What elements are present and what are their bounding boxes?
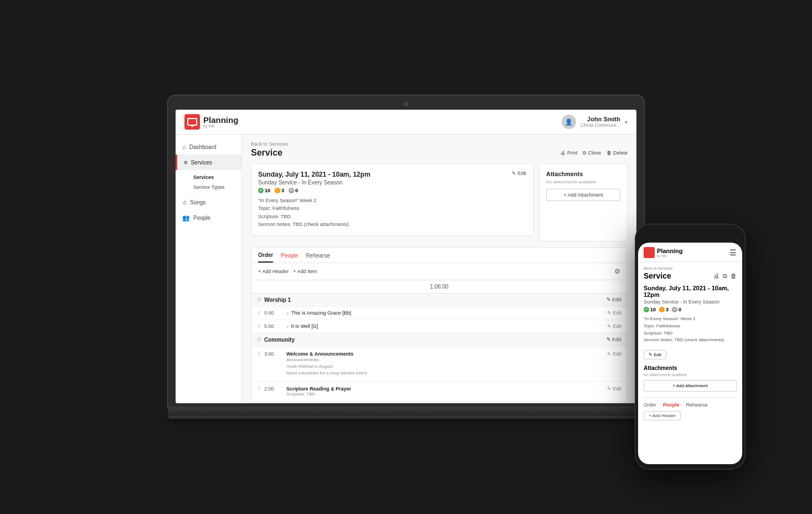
service-edit-button[interactable]: ✎ Edit: [512, 171, 526, 176]
phone-tab-people[interactable]: People: [663, 402, 680, 408]
phone-actions: 🖨 ⧉ 🗑: [713, 273, 737, 280]
sidebar-label-dashboard: Dashboard: [189, 144, 217, 150]
sidebar-label-people: People: [193, 215, 210, 221]
app-logo: Planning by WE: [184, 114, 238, 130]
row-time: 3:00: [264, 351, 282, 357]
badge-accepted: ✓ 10: [258, 188, 270, 193]
sidebar-label-songs: Songs: [190, 199, 205, 205]
drag-handle-icon[interactable]: ⠿: [257, 297, 261, 303]
row-edit-button[interactable]: ✎ Edit: [607, 323, 621, 329]
drag-handle-icon[interactable]: ⠿: [257, 337, 261, 343]
sidebar-item-people[interactable]: 👥 People: [176, 210, 241, 226]
row-content: Scripture Reading & Prayer Scripture: TB…: [286, 386, 607, 397]
gray-dot: ✕: [289, 188, 294, 193]
table-row: ⠿ Worship 1 ✎ Edit: [251, 294, 627, 307]
row-edit-button[interactable]: ✎ Edit: [607, 310, 621, 316]
tab-order[interactable]: Order: [258, 252, 273, 263]
service-date-block: Sunday, July 11, 2021 - 10am, 12pm Sunda…: [258, 171, 371, 229]
services-icon: ≡: [184, 159, 187, 166]
phone-green-dot: ✓: [644, 307, 649, 312]
phone-header: Planning by WE ☰: [638, 243, 742, 262]
table-row: ⠿ Community ✎ Edit: [251, 333, 627, 347]
phone-badge-pending: ! 3: [659, 307, 669, 312]
back-link[interactable]: Back to Services: [251, 141, 628, 147]
logo-text: Planning by WE: [203, 116, 238, 128]
badge-declined: ✕ 0: [289, 188, 298, 193]
row-name: This is Amazing Grace [Bb]: [291, 310, 607, 316]
tab-rehearse[interactable]: Rehearse: [306, 253, 330, 262]
service-title-row: Sunday, July 11, 2021 - 10am, 12pm Sunda…: [258, 171, 526, 229]
sidebar-sub: Services Service Types: [176, 170, 241, 194]
phone-clone-icon[interactable]: ⧉: [723, 273, 727, 280]
service-date: Sunday, July 11, 2021 - 10am, 12pm: [258, 171, 371, 178]
laptop: Planning by WE 👤 John Smith Christ Commu…: [168, 95, 644, 419]
sidebar-item-services[interactable]: ≡ Services: [176, 155, 241, 170]
row-time: 5:00: [264, 323, 282, 329]
phone-add-attachment-button[interactable]: + Add Attachment: [644, 380, 737, 392]
home-icon: ⌂: [182, 143, 186, 150]
sidebar: ⌂ Dashboard ≡ Services Services Service …: [176, 135, 242, 403]
row-name: Welcome & Announcements: [286, 351, 607, 357]
service-name: Sunday Service - In Every Season: [258, 179, 371, 186]
row-edit-button[interactable]: ✎ Edit: [607, 386, 621, 392]
phone-tab-rehearse[interactable]: Rehearse: [686, 402, 708, 408]
phone-page-title: Service: [644, 271, 671, 280]
sidebar-label-services: Services: [191, 160, 212, 166]
phone-logo-text-block: Planning by WE: [657, 248, 682, 258]
phone: Planning by WE ☰ Back to Services Servic…: [635, 224, 746, 470]
app-body: ⌂ Dashboard ≡ Services Services Service …: [176, 135, 636, 403]
page-title: Service: [251, 148, 282, 158]
badge-pending: ! 3: [275, 188, 284, 193]
clone-button[interactable]: ⧉ Clone: [583, 150, 601, 156]
gear-button[interactable]: ⚙: [614, 268, 620, 275]
logo-sub: by WE: [203, 124, 238, 128]
phone-orange-dot: !: [659, 307, 665, 312]
logo-title: Planning: [203, 116, 238, 124]
phone-tab-order[interactable]: Order: [644, 402, 656, 408]
phone-logo-title: Planning: [657, 248, 682, 254]
hamburger-menu-icon[interactable]: ☰: [729, 248, 737, 257]
drag-handle-icon[interactable]: ⠿: [257, 310, 261, 316]
sidebar-sub-services[interactable]: Services: [188, 172, 241, 182]
phone-badges: ✓ 10 ! 3 ✕ 0: [644, 307, 737, 312]
order-tabs: Order People Rehearse: [251, 248, 627, 263]
sidebar-item-songs[interactable]: ♫ Songs: [176, 194, 241, 210]
logo-icon: [184, 114, 200, 130]
sidebar-sub-service-types[interactable]: Service Types: [188, 182, 241, 192]
tab-people[interactable]: People: [281, 253, 298, 262]
orange-dot: !: [275, 188, 280, 193]
laptop-foot: [168, 415, 644, 419]
header-actions: 🖨 Print ⧉ Clone 🗑 Delete: [561, 150, 628, 156]
print-button[interactable]: 🖨 Print: [561, 150, 578, 156]
delete-button[interactable]: 🗑 Delete: [607, 150, 628, 156]
phone-badge-accepted: ✓ 10: [644, 307, 656, 312]
order-toolbar: + Add Header + Add Item ⚙: [251, 263, 627, 280]
people-icon: 👥: [182, 214, 190, 222]
table-row: ⠿ 2:00 Scripture Reading & Prayer Script…: [251, 382, 627, 402]
row-name: Scripture Reading & Prayer: [286, 386, 607, 392]
add-header-button[interactable]: + Add Header: [258, 269, 289, 274]
main-content: Back to Services Service 🖨 Print ⧉ Clone…: [242, 135, 636, 403]
add-item-button[interactable]: + Add Item: [293, 269, 317, 274]
user-area[interactable]: 👤 John Smith Christ Communi... ▾: [562, 115, 628, 129]
phone-print-icon[interactable]: 🖨: [713, 273, 720, 280]
drag-handle-icon[interactable]: ⠿: [257, 323, 261, 330]
phone-add-header-button[interactable]: + Add Header: [644, 411, 681, 420]
phone-screen: Planning by WE ☰ Back to Services Servic…: [638, 243, 742, 464]
row-content: Welcome & Announcements Announcements:Yo…: [286, 351, 607, 377]
row-edit-button[interactable]: ✎ Edit: [607, 337, 622, 342]
app-header: Planning by WE 👤 John Smith Christ Commu…: [176, 110, 636, 135]
phone-logo: Planning by WE: [644, 247, 682, 258]
drag-handle-icon[interactable]: ⠿: [257, 386, 261, 392]
sidebar-item-dashboard[interactable]: ⌂ Dashboard: [176, 139, 241, 155]
phone-back-link[interactable]: Back to Services: [644, 266, 737, 270]
phone-edit-button[interactable]: ✎ Edit: [644, 350, 666, 359]
phone-delete-icon[interactable]: 🗑: [731, 273, 737, 280]
row-edit-button[interactable]: ✎ Edit: [607, 351, 621, 357]
no-attachments-text: No attachments available: [546, 179, 620, 184]
drag-handle-icon[interactable]: ⠿: [257, 351, 261, 357]
add-attachment-button[interactable]: + Add Attachment: [546, 189, 620, 201]
row-notes: Announcements:Youth Retreat in AugustNee…: [286, 357, 607, 377]
row-edit-button[interactable]: ✎ Edit: [607, 297, 622, 302]
music-icon: ♫: [182, 199, 187, 205]
